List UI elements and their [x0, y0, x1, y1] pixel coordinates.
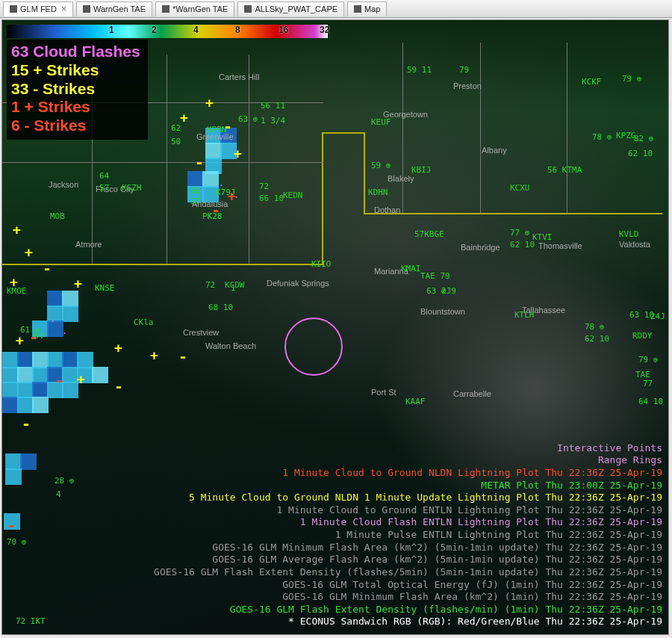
cloud-flash-label: Cloud Flashes	[33, 43, 140, 60]
station-ob: 62 10	[585, 334, 609, 344]
legend-row[interactable]: METAR Plot Thu 23:00Z 25-Apr-19	[154, 480, 662, 492]
station-ob: KGZH	[122, 183, 142, 193]
tab-label: GLM FED	[20, 4, 57, 13]
station-ob: 1 3/4	[261, 116, 285, 126]
range-ring	[284, 318, 343, 376]
station-ob: 59 11	[407, 65, 432, 75]
station-ob: KDHN	[368, 188, 388, 197]
legend-row[interactable]: GOES-16 GLM Minimum Flash Area (km^2) (5…	[154, 542, 662, 554]
colorbar-tick: 16	[279, 25, 288, 35]
station-ob: KIIO	[311, 259, 332, 269]
legend-row[interactable]: 1 Minute Cloud Flash ENTLN Lightning Plo…	[154, 516, 662, 529]
flash-summary: 63 Cloud Flashes 15 + Strikes 33 - Strik…	[7, 40, 148, 140]
station-ob: 66 10	[259, 193, 284, 203]
state-border	[322, 132, 364, 134]
station-ob: KBIJ	[411, 165, 432, 175]
tab-glm-fed[interactable]: GLM FED×	[3, 1, 73, 16]
station-ob: MOB	[50, 211, 65, 221]
station-ob: KPZG	[616, 131, 636, 140]
station-ob: 77 ⊕	[510, 228, 530, 238]
station-ob: 77	[643, 379, 653, 388]
station-ob: 72 IKT	[16, 616, 46, 626]
legend-row[interactable]: 1 Minute Cloud to Ground ENTLN Lightning…	[154, 504, 662, 517]
station-ob: 2J9	[441, 286, 456, 296]
station-ob: KNSE	[95, 283, 115, 293]
county-line	[249, 55, 249, 264]
station-ob: 70 ⊕	[7, 537, 27, 547]
state-border	[322, 132, 323, 265]
product-legend: Interactive Points Range Rings 1 Minute …	[154, 442, 662, 628]
close-icon[interactable]: ×	[61, 4, 66, 14]
tab-icon	[244, 5, 252, 13]
colorbar-tick: 8	[235, 25, 240, 35]
station-ob: 66	[190, 186, 200, 196]
station-ob: 24J	[650, 312, 665, 321]
legend-row[interactable]: 1 Minute Pulse ENTLN Lightning Plot Thu …	[154, 529, 662, 542]
colorbar-tick: 2	[152, 25, 157, 35]
station-ob: 72	[259, 182, 269, 191]
station-ob: RDDY	[632, 331, 653, 341]
station-ob: KVLD	[619, 229, 639, 239]
station-ob: 56 11	[261, 101, 285, 111]
legend-row[interactable]: GOES-16 GLM Total Optical Energy (fJ) (1…	[154, 579, 662, 592]
colorbar-tick: 4	[193, 25, 199, 35]
pos-strike-y-count: 15	[11, 61, 28, 78]
station-ob: KCDW	[225, 280, 245, 290]
station-ob: 78 ⊕	[592, 132, 612, 142]
tab-icon	[10, 5, 17, 13]
station-ob: 64 10	[638, 397, 663, 406]
legend-row[interactable]: 1 Minute Cloud to Ground NLDN Lightning …	[154, 467, 662, 480]
legend-header-2: Range Rings	[154, 454, 662, 467]
neg-strike-r-label: - Strikes	[25, 117, 87, 134]
station-ob: 56 KTMA	[547, 165, 582, 175]
station-ob: TAE 79	[420, 271, 450, 281]
tab-warngen-tae[interactable]: WarnGen TAE	[76, 1, 152, 16]
station-ob: 82 ⊕	[634, 134, 654, 143]
county-line	[480, 43, 481, 213]
station-ob: KEUF	[371, 117, 391, 127]
tab-bar: GLM FED×WarnGen TAE*WarnGen TAEALLSky_PW…	[0, 0, 672, 18]
station-ob: KCXU	[510, 183, 530, 193]
tab-map[interactable]: Map	[347, 1, 387, 16]
tab-allsky-pwat-cape[interactable]: ALLSky_PWAT_CAPE	[237, 1, 344, 16]
county-line	[2, 162, 323, 163]
legend-row[interactable]: 5 Minute Cloud to Ground NLDN 1 Minute U…	[154, 492, 662, 504]
neg-strike-y-count: 33	[11, 80, 28, 97]
colorbar-tick: 1	[109, 25, 114, 35]
station-ob: PK28	[202, 211, 223, 221]
map-panel[interactable]: + + - + + + + + - + - - + + - + - + - - …	[1, 19, 669, 635]
cloud-flash-count: 63	[11, 43, 28, 60]
station-ob: CKla	[134, 318, 154, 327]
legend-row[interactable]: GOES-16 GLM Average Flash Area (km^2) (5…	[154, 554, 662, 566]
neg-strike-y-label: - Strikes	[33, 80, 95, 97]
county-line	[567, 43, 567, 213]
station-ob: 4	[56, 489, 61, 499]
legend-row[interactable]: GOES-16 GLM Flash Extent Density (flashe…	[154, 604, 662, 616]
tab-icon	[83, 5, 90, 13]
station-ob: KTVI	[532, 232, 553, 242]
station-ob: 50	[171, 137, 181, 146]
station-ob: KTLH	[514, 310, 535, 320]
station-ob: 62	[171, 123, 181, 133]
state-border	[364, 132, 365, 213]
legend-row[interactable]: * ECONUS Sandwich RGB (RGB): Red/Green/B…	[154, 616, 662, 628]
tab-icon	[162, 5, 169, 13]
tab-label: WarnGen TAE	[93, 4, 146, 13]
pos-strike-r-count: 1	[11, 98, 20, 115]
legend-row[interactable]: GOES-16 GLM Flash Extent Density (flashe…	[154, 566, 662, 579]
station-ob: 72	[205, 280, 215, 290]
station-ob: KCKF	[582, 77, 602, 87]
station-ob: 63 ⊕	[238, 114, 258, 124]
legend-row[interactable]: GOES-16 GLM Minimum Flash Area (km^2) (1…	[154, 591, 662, 604]
station-ob: KEDN	[283, 191, 303, 200]
legend-header-1: Interactive Points	[154, 442, 662, 455]
station-ob: KMOE	[7, 286, 27, 296]
station-ob: 64	[34, 331, 43, 341]
tab--warngen-tae[interactable]: *WarnGen TAE	[155, 1, 234, 16]
state-border	[364, 213, 662, 214]
tab-label: Map	[364, 4, 380, 13]
station-ob: 57	[190, 196, 200, 206]
station-ob: K79J	[216, 188, 236, 197]
tab-label: *WarnGen TAE	[172, 4, 228, 13]
tab-label: ALLSky_PWAT_CAPE	[255, 4, 337, 13]
